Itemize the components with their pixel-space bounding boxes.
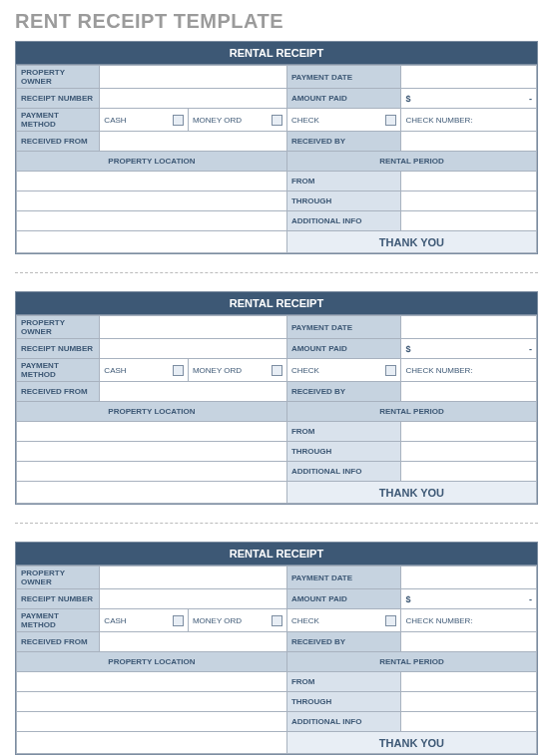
- checkbox-money-ord[interactable]: [272, 365, 282, 376]
- paymethod-check-cell: CHECK: [286, 109, 401, 132]
- value-property-location-2[interactable]: [17, 191, 287, 211]
- value-received-by[interactable]: [401, 382, 537, 402]
- paymethod-cash-label: CASH: [104, 366, 126, 375]
- value-through[interactable]: [401, 191, 537, 211]
- thank-you: THANK YOU: [286, 482, 536, 504]
- checkbox-cash[interactable]: [173, 115, 184, 126]
- value-property-location-1[interactable]: [17, 422, 287, 442]
- value-payment-date[interactable]: [401, 66, 537, 89]
- label-receipt-number: RECEIPT NUMBER: [17, 339, 100, 359]
- value-through[interactable]: [401, 442, 537, 462]
- check-number-cell[interactable]: CHECK NUMBER:: [401, 109, 537, 132]
- label-payment-method: PAYMENT METHOD: [17, 359, 100, 382]
- paymethod-cash-cell: CASH: [100, 359, 189, 382]
- label-additional-info: ADDITIONAL INFO: [286, 211, 401, 231]
- paymethod-money-ord-label: MONEY ORD: [193, 116, 242, 125]
- value-property-owner[interactable]: [100, 66, 287, 89]
- separator: [15, 523, 538, 524]
- value-receipt-number[interactable]: [100, 89, 287, 109]
- paymethod-check-label: CHECK: [291, 616, 319, 625]
- rental-receipt: RENTAL RECEIPT PROPERTY OWNER PAYMENT DA…: [15, 291, 538, 505]
- value-received-by[interactable]: [401, 632, 537, 652]
- thank-you: THANK YOU: [286, 231, 536, 253]
- value-received-by[interactable]: [401, 132, 537, 152]
- label-payment-method: PAYMENT METHOD: [17, 609, 100, 632]
- page-title: RENT RECEIPT TEMPLATE: [15, 10, 538, 33]
- label-payment-date: PAYMENT DATE: [286, 567, 401, 589]
- receipt-header: RENTAL RECEIPT: [16, 543, 537, 566]
- label-payment-method: PAYMENT METHOD: [17, 109, 100, 132]
- paymethod-cash-label: CASH: [104, 616, 126, 625]
- check-number-cell[interactable]: CHECK NUMBER:: [401, 359, 537, 382]
- value-receipt-number[interactable]: [100, 339, 287, 359]
- currency-symbol: $: [405, 594, 410, 604]
- value-property-location-3[interactable]: [17, 712, 287, 732]
- value-property-location-1[interactable]: [17, 672, 287, 692]
- check-number-cell[interactable]: CHECK NUMBER:: [401, 609, 537, 632]
- value-property-location-4[interactable]: [17, 732, 287, 754]
- receipt-header: RENTAL RECEIPT: [16, 292, 537, 315]
- value-additional-info[interactable]: [401, 462, 537, 482]
- label-received-from: RECEIVED FROM: [17, 132, 100, 152]
- value-property-location-3[interactable]: [17, 211, 287, 231]
- value-received-from[interactable]: [100, 382, 287, 402]
- value-receipt-number[interactable]: [100, 589, 287, 609]
- label-payment-date: PAYMENT DATE: [286, 316, 401, 339]
- value-property-location-3[interactable]: [17, 462, 287, 482]
- checkbox-check[interactable]: [385, 365, 396, 376]
- label-property-owner: PROPERTY OWNER: [17, 567, 100, 589]
- paymethod-cash-cell: CASH: [100, 109, 189, 132]
- paymethod-money-ord-label: MONEY ORD: [193, 616, 242, 625]
- paymethod-cash-cell: CASH: [100, 609, 189, 632]
- label-amount-paid: AMOUNT PAID: [286, 589, 401, 609]
- value-received-from[interactable]: [100, 632, 287, 652]
- paymethod-money-ord-cell: MONEY ORD: [188, 609, 286, 632]
- value-property-location-2[interactable]: [17, 442, 287, 462]
- value-payment-date[interactable]: [401, 316, 537, 339]
- value-payment-date[interactable]: [401, 567, 537, 589]
- checkbox-check[interactable]: [385, 115, 396, 126]
- currency-symbol: $: [405, 344, 410, 354]
- value-from[interactable]: [401, 172, 537, 191]
- paymethod-money-ord-label: MONEY ORD: [193, 366, 242, 375]
- value-additional-info[interactable]: [401, 712, 537, 732]
- thank-you: THANK YOU: [286, 732, 536, 754]
- subheader-rental-period: RENTAL PERIOD: [286, 652, 536, 672]
- value-property-location-1[interactable]: [17, 172, 287, 191]
- receipt-table: PROPERTY OWNER PAYMENT DATE RECEIPT NUMB…: [16, 65, 537, 253]
- paymethod-check-label: CHECK: [291, 366, 319, 375]
- label-additional-info: ADDITIONAL INFO: [286, 462, 401, 482]
- label-receipt-number: RECEIPT NUMBER: [17, 89, 100, 109]
- receipt-header: RENTAL RECEIPT: [16, 42, 537, 65]
- value-property-owner[interactable]: [100, 316, 287, 339]
- paymethod-check-cell: CHECK: [286, 359, 401, 382]
- label-property-owner: PROPERTY OWNER: [17, 316, 100, 339]
- value-amount-paid[interactable]: $ -: [401, 339, 537, 359]
- value-property-location-4[interactable]: [17, 231, 287, 253]
- checkbox-money-ord[interactable]: [272, 115, 282, 126]
- receipt-table: PROPERTY OWNER PAYMENT DATE RECEIPT NUMB…: [16, 315, 537, 504]
- label-from: FROM: [286, 422, 401, 442]
- value-from[interactable]: [401, 672, 537, 692]
- label-received-by: RECEIVED BY: [286, 382, 401, 402]
- label-through: THROUGH: [286, 442, 401, 462]
- checkbox-cash[interactable]: [173, 365, 184, 376]
- currency-symbol: $: [405, 94, 410, 104]
- paymethod-money-ord-cell: MONEY ORD: [188, 109, 286, 132]
- checkbox-cash[interactable]: [173, 615, 184, 626]
- value-additional-info[interactable]: [401, 211, 537, 231]
- value-property-location-2[interactable]: [17, 692, 287, 712]
- label-property-owner: PROPERTY OWNER: [17, 66, 100, 89]
- subheader-property-location: PROPERTY LOCATION: [17, 652, 287, 672]
- separator: [15, 272, 538, 273]
- value-amount-paid[interactable]: $ -: [401, 589, 537, 609]
- value-amount-paid[interactable]: $ -: [401, 89, 537, 109]
- value-from[interactable]: [401, 422, 537, 442]
- value-received-from[interactable]: [100, 132, 287, 152]
- value-property-location-4[interactable]: [17, 482, 287, 504]
- value-property-owner[interactable]: [100, 567, 287, 589]
- value-through[interactable]: [401, 692, 537, 712]
- checkbox-money-ord[interactable]: [272, 615, 282, 626]
- checkbox-check[interactable]: [385, 615, 396, 626]
- receipt-table: PROPERTY OWNER PAYMENT DATE RECEIPT NUMB…: [16, 566, 537, 754]
